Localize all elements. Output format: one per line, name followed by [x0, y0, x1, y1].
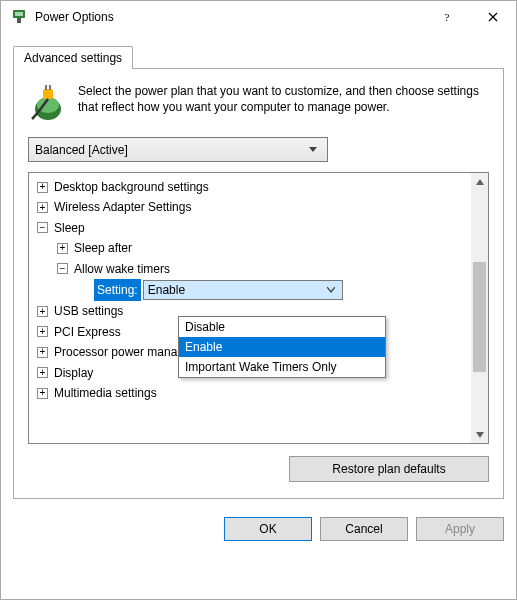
- cancel-button[interactable]: Cancel: [320, 517, 408, 541]
- ok-button[interactable]: OK: [224, 517, 312, 541]
- intro-text: Select the power plan that you want to c…: [78, 83, 489, 123]
- tree-item-desktop-background[interactable]: + Desktop background settings: [31, 177, 469, 197]
- chevron-down-icon: [305, 147, 321, 153]
- option-disable[interactable]: Disable: [179, 317, 385, 337]
- scroll-up-button[interactable]: [471, 173, 488, 190]
- expand-icon[interactable]: +: [37, 326, 48, 337]
- tree-item-allow-wake-timers[interactable]: − Allow wake timers: [31, 259, 469, 279]
- settings-tree[interactable]: + Desktop background settings + Wireless…: [29, 173, 471, 443]
- setting-label: Setting:: [94, 279, 141, 301]
- tree-scrollbar[interactable]: [471, 173, 488, 443]
- expand-icon[interactable]: +: [37, 367, 48, 378]
- scroll-thumb[interactable]: [473, 262, 486, 372]
- tree-item-wake-timer-setting[interactable]: Setting: Enable: [31, 279, 469, 301]
- expand-icon[interactable]: +: [37, 202, 48, 213]
- wake-timer-dropdown-popup: Disable Enable Important Wake Timers Onl…: [178, 316, 386, 378]
- svg-rect-1: [15, 12, 23, 16]
- scroll-down-button[interactable]: [471, 426, 488, 443]
- expand-icon[interactable]: +: [57, 243, 68, 254]
- power-options-icon: [11, 9, 27, 25]
- window-title: Power Options: [35, 10, 424, 24]
- chevron-down-icon: [324, 287, 338, 293]
- restore-defaults-button[interactable]: Restore plan defaults: [289, 456, 489, 482]
- titlebar: Power Options ?: [1, 1, 516, 33]
- svg-text:?: ?: [445, 12, 450, 22]
- svg-rect-8: [49, 85, 51, 90]
- tree-item-multimedia[interactable]: + Multimedia settings: [31, 383, 469, 403]
- settings-tree-panel: + Desktop background settings + Wireless…: [28, 172, 489, 444]
- tree-item-wireless-adapter[interactable]: + Wireless Adapter Settings: [31, 197, 469, 217]
- tree-item-sleep-after[interactable]: + Sleep after: [31, 238, 469, 258]
- power-plug-icon: [28, 83, 68, 123]
- option-important-only[interactable]: Important Wake Timers Only: [179, 357, 385, 377]
- help-button[interactable]: ?: [424, 1, 470, 33]
- close-button[interactable]: [470, 1, 516, 33]
- svg-rect-6: [43, 89, 53, 99]
- power-plan-selected: Balanced [Active]: [35, 143, 305, 157]
- collapse-icon[interactable]: −: [37, 222, 48, 233]
- svg-rect-2: [17, 18, 21, 23]
- tab-body: Select the power plan that you want to c…: [13, 68, 504, 499]
- expand-icon[interactable]: +: [37, 306, 48, 317]
- tab-advanced-settings[interactable]: Advanced settings: [13, 46, 133, 69]
- svg-rect-7: [45, 85, 47, 90]
- tree-item-sleep[interactable]: − Sleep: [31, 218, 469, 238]
- scroll-track[interactable]: [471, 190, 488, 426]
- wake-timer-value: Enable: [148, 280, 324, 300]
- dialog-footer: OK Cancel Apply: [1, 507, 516, 555]
- tabstrip: Advanced settings: [13, 45, 504, 68]
- expand-icon[interactable]: +: [37, 347, 48, 358]
- wake-timer-dropdown[interactable]: Enable: [143, 280, 343, 300]
- collapse-icon[interactable]: −: [57, 263, 68, 274]
- expand-icon[interactable]: +: [37, 182, 48, 193]
- apply-button[interactable]: Apply: [416, 517, 504, 541]
- intro-row: Select the power plan that you want to c…: [28, 83, 489, 123]
- expand-icon[interactable]: +: [37, 388, 48, 399]
- power-plan-dropdown[interactable]: Balanced [Active]: [28, 137, 328, 162]
- option-enable[interactable]: Enable: [179, 337, 385, 357]
